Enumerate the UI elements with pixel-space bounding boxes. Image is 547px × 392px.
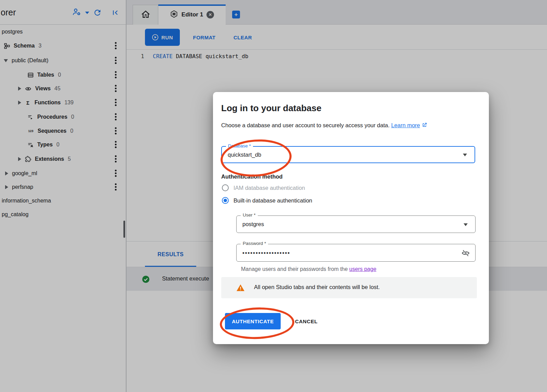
- database-select[interactable]: Database * quickstart_db: [221, 146, 475, 163]
- password-field[interactable]: Password * ••••••••••••••••••: [236, 244, 476, 262]
- password-helper-prefix: Manage users and their passwords from th…: [241, 266, 349, 272]
- auth-method-label: Authentication method: [221, 173, 283, 180]
- dropdown-caret-icon[interactable]: [463, 154, 467, 156]
- radio-iam-auth[interactable]: IAM database authentication: [222, 184, 305, 192]
- dialog-subtitle: Choose a database and user account to se…: [221, 122, 427, 129]
- app-window: orer postgres: [0, 0, 547, 392]
- user-select-value: postgres: [242, 216, 264, 233]
- dialog-subtitle-text: Choose a database and user account to se…: [221, 122, 390, 128]
- login-dialog: Log in to your database Choose a databas…: [213, 92, 489, 344]
- radio-iam-label: IAM database authentication: [234, 185, 305, 191]
- warning-banner: All open Studio tabs and their contents …: [221, 277, 477, 298]
- authenticate-button[interactable]: AUTHENTICATE: [225, 313, 281, 329]
- radio-builtin-label: Built-in database authentication: [234, 197, 312, 204]
- user-select[interactable]: User * postgres: [236, 215, 476, 233]
- radio-builtin-auth[interactable]: Built-in database authentication: [222, 196, 312, 205]
- users-page-link[interactable]: users page: [349, 266, 376, 272]
- warning-triangle-icon: [236, 284, 245, 293]
- database-select-value: quickstart_db: [228, 147, 261, 162]
- password-field-value: ••••••••••••••••••: [242, 244, 290, 261]
- external-link-icon: [422, 122, 427, 129]
- dropdown-caret-icon[interactable]: [464, 223, 468, 226]
- radio-unselected-icon[interactable]: [222, 184, 229, 191]
- warning-text: All open Studio tabs and their contents …: [254, 284, 380, 290]
- cancel-button[interactable]: CANCEL: [290, 313, 323, 329]
- learn-more-link[interactable]: Learn more: [391, 122, 420, 128]
- radio-selected-icon[interactable]: [222, 197, 229, 204]
- dialog-title: Log in to your database: [221, 103, 321, 114]
- visibility-off-icon[interactable]: [462, 249, 470, 259]
- password-helper-text: Manage users and their passwords from th…: [241, 266, 376, 272]
